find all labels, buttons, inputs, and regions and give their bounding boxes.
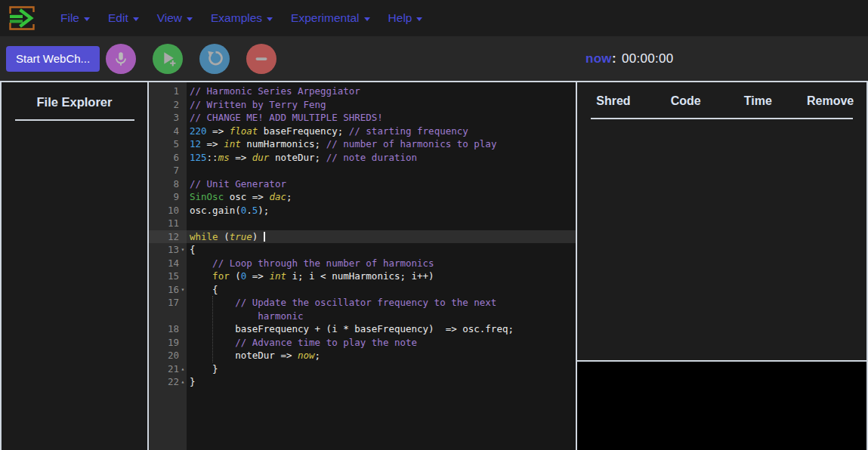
token-pl: ( (230, 270, 241, 282)
fold-closed-icon[interactable]: ▴ (179, 362, 187, 376)
start-webchuck-button[interactable]: Start WebCh... (6, 46, 100, 72)
replace-shred-button[interactable] (199, 44, 230, 74)
code-line-2[interactable]: 2// Written by Terry Feng (149, 98, 576, 112)
token-num: 125 (190, 152, 207, 163)
code-text: SinOsc osc => dac; (187, 190, 576, 204)
gutter-cell: 10 (149, 204, 187, 217)
minus-icon (252, 50, 270, 68)
token-pl: osc => (224, 191, 269, 202)
line-number: 14 (168, 257, 179, 270)
token-cm: // Unit Generator (190, 178, 286, 190)
menu-help[interactable]: Help (388, 11, 423, 25)
menu-edit[interactable]: Edit (108, 11, 139, 25)
code-line-5[interactable]: 512 => int numHarmonics; // number of ha… (149, 137, 576, 151)
shred-table-header-code: Code (650, 94, 722, 108)
main-area: File Explorer 1// Harmonic Series Arpegg… (0, 81, 868, 450)
code-line-4[interactable]: 4220 => float baseFrequency; // starting… (149, 125, 576, 138)
token-cm: // Advance time to play the note (235, 337, 417, 348)
remove-shred-button[interactable] (246, 44, 276, 74)
file-explorer-title: File Explorer (2, 95, 147, 109)
now-label: now (585, 51, 612, 66)
fold-open-icon[interactable]: ▾ (179, 283, 187, 297)
code-line-8[interactable]: 8// Unit Generator (149, 177, 576, 191)
code-line-3[interactable]: 3// CHANGE ME! ADD MULTIPLE SHREDS! (149, 111, 576, 125)
fold-open-icon[interactable]: ▾ (179, 243, 187, 257)
code-line-13[interactable]: 13▾{ (149, 243, 576, 257)
code-text: osc.gain(0.5); (187, 204, 576, 217)
gutter-cell: 4 (149, 125, 187, 138)
line-number: 17 (168, 296, 179, 310)
gutter-cell: 12 (149, 230, 187, 244)
menu-bar: FileEditViewExamplesExperimentalHelp (0, 0, 868, 36)
chevron-down-icon (267, 17, 273, 21)
token-pl: { (190, 244, 196, 255)
code-line-wrap[interactable]: harmonic (149, 310, 576, 323)
code-line-7[interactable]: 7 (149, 164, 576, 177)
token-type: int (269, 270, 286, 282)
microphone-icon (113, 51, 129, 67)
code-line-18[interactable]: 18 baseFrequency + (i * baseFrequency) =… (149, 322, 576, 336)
token-pl: } (190, 376, 196, 387)
code-text: // Written by Terry Feng (187, 98, 576, 112)
code-text: // Advance time to play the note (187, 336, 576, 350)
code-line-9[interactable]: 9SinOsc osc => dac; (149, 190, 576, 204)
code-line-22[interactable]: 22▴} (149, 375, 576, 389)
gutter-cell: 18 (149, 322, 187, 336)
token-type: true (230, 231, 252, 242)
token-pl: => (201, 138, 224, 149)
code-text: // Unit Generator (187, 177, 576, 191)
fold-closed-icon[interactable]: ▴ (179, 375, 187, 389)
line-number: 1 (173, 85, 179, 98)
code-line-1[interactable]: 1// Harmonic Series Arpeggiator (149, 85, 576, 98)
code-editor[interactable]: 1// Harmonic Series Arpeggiator2// Writt… (149, 82, 576, 450)
menu-experimental[interactable]: Experimental (291, 11, 369, 25)
line-number: 22 (168, 375, 179, 389)
code-line-20[interactable]: 20 noteDur => now; (149, 349, 576, 362)
token-cm: // number of harmonics to play (326, 138, 497, 149)
token-pl: baseFrequency; (258, 125, 348, 137)
now-separator: : (612, 51, 616, 66)
token-pl: numHarmonics; (241, 138, 326, 149)
token-kw: for (212, 270, 230, 282)
menu-examples-label: Examples (211, 11, 262, 25)
token-type: now (298, 350, 315, 361)
token-pl: ( (218, 231, 230, 242)
line-number: 7 (173, 164, 179, 177)
gutter-cell: 19 (149, 336, 187, 350)
code-text: baseFrequency + (i * baseFrequency) => o… (187, 322, 576, 336)
line-number: 18 (168, 322, 179, 336)
code-text: { (187, 283, 576, 297)
chevron-down-icon (187, 17, 193, 21)
token-pl: => (207, 125, 230, 137)
token-pl: :: (207, 152, 218, 163)
code-line-16[interactable]: 16▾ { (149, 283, 576, 297)
code-line-6[interactable]: 6125::ms => dur noteDur; // note duratio… (149, 151, 576, 165)
gutter-cell: 1 (149, 85, 187, 98)
menubar-items: FileEditViewExamplesExperimentalHelp (60, 11, 422, 25)
gutter-cell: 5 (149, 137, 187, 151)
token-pl (190, 310, 258, 322)
menu-file[interactable]: File (60, 11, 90, 25)
menu-view[interactable]: View (157, 11, 193, 25)
code-line-12[interactable]: 12while (true) (149, 230, 576, 244)
code-line-15[interactable]: 15 for (0 => int i; i < numHarmonics; i+… (149, 270, 576, 283)
microphone-button[interactable] (106, 44, 136, 74)
code-line-10[interactable]: 10osc.gain(0.5); (149, 204, 576, 217)
code-line-17[interactable]: 17 // Update the oscillator frequency to… (149, 296, 576, 310)
code-text (187, 217, 576, 230)
toolbar: Start WebCh... now:00:00:00 (0, 36, 868, 81)
play-shred-button[interactable] (153, 44, 183, 74)
code-line-11[interactable]: 11 (149, 217, 576, 230)
shred-table-header-remove: Remove (794, 94, 866, 108)
code-line-14[interactable]: 14 // Loop through the number of harmoni… (149, 257, 576, 270)
code-line-21[interactable]: 21▴ } (149, 362, 576, 376)
shred-table-header-shred: Shred (577, 94, 650, 108)
menu-help-label: Help (388, 11, 412, 25)
code-line-19[interactable]: 19 // Advance time to play the note (149, 336, 576, 350)
token-num: 12 (190, 138, 201, 149)
line-number: 15 (168, 270, 179, 283)
line-number: 2 (173, 98, 179, 112)
shred-table-headers: ShredCodeTimeRemove (577, 94, 866, 108)
menu-examples[interactable]: Examples (211, 11, 273, 25)
token-pl: ) (252, 231, 264, 242)
